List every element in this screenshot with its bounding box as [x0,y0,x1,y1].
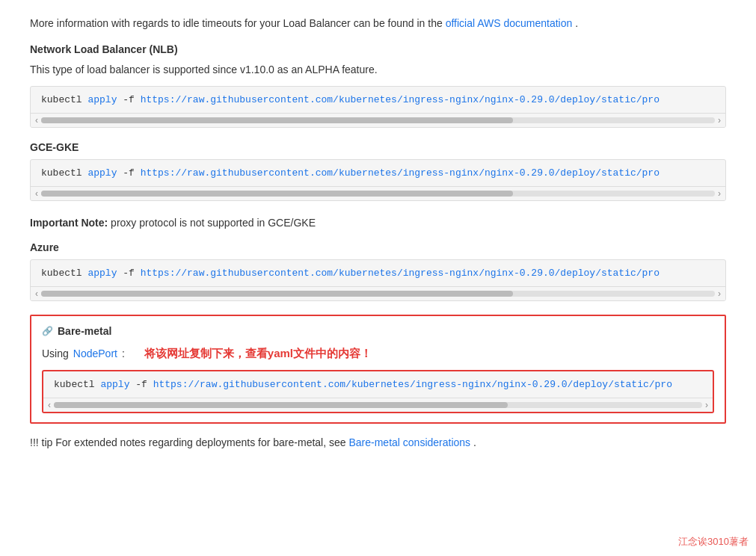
nlb-cmd-url: https://raw.githubusercontent.com/kubern… [141,94,660,105]
gce-cmd-apply: apply [87,167,117,179]
bm-cmd-f: -f [129,379,153,390]
tip-line: !!! tip For extended notes regarding dep… [30,434,726,451]
azure-section: Azure kubectl apply -f https://raw.githu… [30,241,726,301]
bm-scroll-thumb [54,402,508,408]
bare-metal-heading-text: Bare-metal [58,325,111,337]
nlb-section: Network Load Balancer (NLB) This type of… [30,43,726,127]
bm-scroll-right: › [705,400,708,410]
tip-text-after: . [473,436,476,448]
gce-cmd-kubectl: kubectl [41,167,87,179]
gce-cmd-url: https://raw.githubusercontent.com/kubern… [141,167,660,179]
nlb-scroll-track[interactable] [41,117,715,123]
azure-scrollbar[interactable]: ‹ › [31,286,725,300]
bare-metal-code-content: kubectl apply -f https://raw.githubuserc… [43,371,713,398]
azure-cmd-url: https://raw.githubusercontent.com/kubern… [141,268,660,279]
nodeport-link[interactable]: NodePort [73,345,117,362]
nlb-code-content: kubectl apply -f https://raw.githubuserc… [31,87,725,113]
bare-metal-heading-row: 🔗 Bare-metal [42,325,714,337]
top-paragraph-text-before: More information with regards to idle ti… [30,17,446,29]
gce-gke-heading: GCE-GKE [30,141,726,153]
bm-scroll-left: ‹ [48,400,51,410]
gce-cmd-f: -f [117,167,140,179]
nlb-scroll-right: › [718,115,721,126]
tip-text-before: !!! tip For extended notes regarding dep… [30,436,348,448]
gce-scrollbar[interactable]: ‹ › [31,186,725,200]
gce-gke-section: GCE-GKE kubectl apply -f https://raw.git… [30,141,726,201]
gce-scroll-right: › [718,188,721,199]
important-note: Important Note: proxy protocol is not su… [30,214,726,231]
azure-cmd-kubectl: kubectl [41,268,87,279]
azure-heading: Azure [30,241,726,253]
annotation-text: 将该网址复制下来，查看yaml文件中的内容！ [144,345,372,362]
azure-scroll-left: ‹ [35,288,38,299]
important-note-text: proxy protocol is not supported in GCE/G… [111,217,316,229]
nlb-cmd-kubectl: kubectl [41,94,87,105]
top-paragraph: More information with regards to idle ti… [30,15,726,31]
azure-code-block: kubectl apply -f https://raw.githubuserc… [30,259,726,301]
gce-code-content: kubectl apply -f https://raw.githubuserc… [31,160,725,186]
link-icon: 🔗 [42,326,53,336]
nlb-scroll-thumb [41,117,513,123]
gce-code-block: kubectl apply -f https://raw.githubuserc… [30,159,726,201]
nlb-code-block: kubectl apply -f https://raw.githubuserc… [30,86,726,128]
nlb-scrollbar[interactable]: ‹ › [31,113,725,127]
azure-code-content: kubectl apply -f https://raw.githubuserc… [31,260,725,286]
watermark: 江念诶3010薯者 [678,535,749,549]
important-note-label: Important Note: [30,217,108,229]
azure-cmd-apply: apply [87,268,117,279]
bm-cmd-url: https://raw.githubusercontent.com/kubern… [153,379,672,390]
using-line: Using NodePort : 将该网址复制下来，查看yaml文件中的内容！ [42,345,714,362]
nlb-scroll-left: ‹ [35,115,38,126]
aws-docs-link[interactable]: official AWS documentation [446,17,573,29]
bare-metal-section: 🔗 Bare-metal Using NodePort : 将该网址复制下来，查… [30,315,726,424]
azure-cmd-f: -f [117,268,140,279]
bm-cmd-kubectl: kubectl [54,379,100,390]
gce-scroll-left: ‹ [35,188,38,199]
bm-scrollbar[interactable]: ‹ › [43,398,713,412]
azure-scroll-thumb [41,291,513,297]
bm-cmd-apply: apply [100,379,129,390]
top-paragraph-text-after: . [575,17,578,29]
bm-scroll-track[interactable] [54,402,702,408]
nlb-heading: Network Load Balancer (NLB) [30,43,726,55]
using-label: Using [42,345,69,362]
nlb-cmd-apply: apply [87,94,117,105]
bare-metal-considerations-link[interactable]: Bare-metal considerations [348,436,470,448]
gce-scroll-thumb [41,191,513,197]
nlb-subtext: This type of load balancer is supported … [30,61,726,78]
gce-scroll-track[interactable] [41,191,715,197]
bare-metal-code-block: kubectl apply -f https://raw.githubuserc… [42,370,714,413]
azure-scroll-track[interactable] [41,291,715,297]
nlb-cmd-f: -f [117,94,140,105]
azure-scroll-right: › [718,288,721,299]
